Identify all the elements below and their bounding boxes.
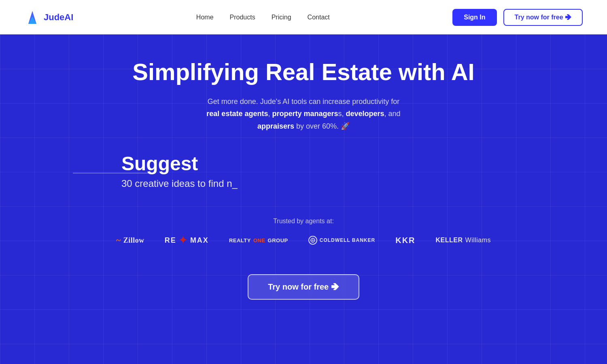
zillow-logo: ~ Zillow <box>116 235 144 245</box>
nav-links: Home Products Pricing Contact <box>196 14 330 21</box>
logo-icon <box>24 9 40 25</box>
nav-item-pricing[interactable]: Pricing <box>272 14 291 21</box>
suggest-decorative-line <box>73 173 154 174</box>
trusted-logos: ~ Zillow RE ✦ MAX REALTYONEGROUP <box>116 235 491 246</box>
remax-logo: RE ✦ MAX <box>165 235 209 246</box>
nav-actions: Sign In Try now for free 🡺 <box>452 9 583 26</box>
nav-item-contact[interactable]: Contact <box>308 14 330 21</box>
suggest-section: Suggest 30 creative ideas to find n_ <box>121 152 486 189</box>
kkr-logo: KKR <box>395 236 415 245</box>
hero-content: Simplifying Real Estate with AI Get more… <box>132 59 474 152</box>
nav-item-products[interactable]: Products <box>230 14 255 21</box>
trusted-section: Trusted by agents at: ~ Zillow RE ✦ MAX … <box>116 218 491 246</box>
keller-williams-logo: KELLERWilliams <box>436 237 491 244</box>
realty-one-logo: REALTYONEGROUP <box>229 237 288 243</box>
hero-title: Simplifying Real Estate with AI <box>132 59 474 86</box>
suggest-subtitle: 30 creative ideas to find n_ <box>121 178 486 189</box>
nav-item-home[interactable]: Home <box>196 14 214 21</box>
hero-section: Simplifying Real Estate with AI Get more… <box>0 34 607 364</box>
coldwell-banker-logo: COLDWELL BANKER <box>308 236 375 245</box>
trusted-label: Trusted by agents at: <box>116 218 491 225</box>
hero-cta-button[interactable]: Try now for free 🡺 <box>248 274 359 300</box>
suggest-title: Suggest <box>121 152 486 175</box>
navbar: JudeAI Home Products Pricing Contact Sig… <box>0 0 607 34</box>
nav-try-button[interactable]: Try now for free 🡺 <box>503 9 583 26</box>
logo-text: JudeAI <box>44 12 73 23</box>
hero-subtitle: Get more done. Jude's AI tools can incre… <box>132 95 474 133</box>
logo[interactable]: JudeAI <box>24 9 73 25</box>
signin-button[interactable]: Sign In <box>452 9 497 26</box>
